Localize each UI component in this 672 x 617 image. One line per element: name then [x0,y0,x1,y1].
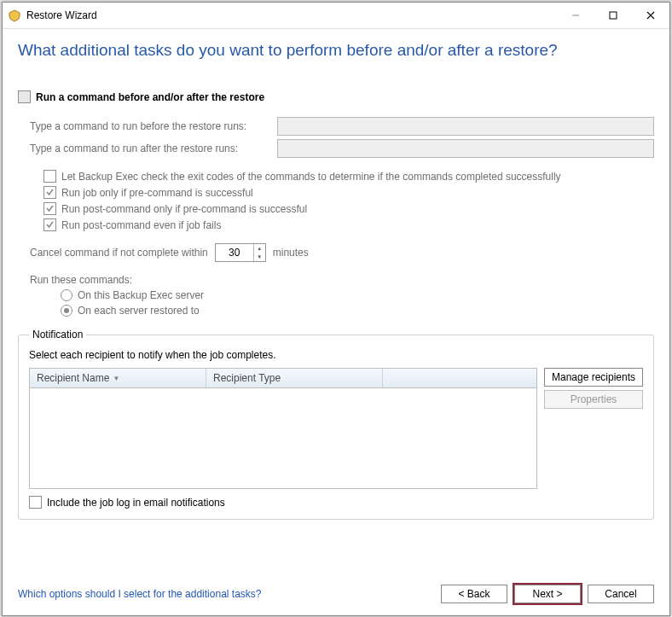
cancel-button[interactable]: Cancel [588,585,654,603]
maximize-button[interactable] [594,3,632,28]
post-if-pre-label: Run post-command only if pre-command is … [61,203,307,215]
radio-each-server[interactable] [61,305,72,317]
close-button[interactable] [632,3,669,28]
check-exit-label: Let Backup Exec check the exit codes of … [61,171,561,183]
help-link[interactable]: Which options should I select for the ad… [18,588,262,600]
notification-prompt: Select each recipient to notify when the… [29,349,643,361]
after-command-label: Type a command to run after the restore … [30,143,277,154]
window-title: Restore Wizard [26,9,97,21]
run-if-pre-checkbox[interactable] [43,186,56,199]
run-these-row: Run these commands: [30,274,654,286]
before-command-row: Type a command to run before the restore… [30,117,654,136]
spinner-down-icon[interactable]: ▼ [254,253,265,261]
table-header: Recipient Name ▼ Recipient Type [30,369,536,388]
table-side-buttons: Manage recipients Properties [544,368,643,489]
spinner-up-icon[interactable]: ▲ [254,244,265,253]
back-button[interactable]: < Back [441,585,507,603]
footer: Which options should I select for the ad… [3,575,669,615]
recipients-table[interactable]: Recipient Name ▼ Recipient Type [29,368,537,489]
titlebar: Restore Wizard [3,3,669,29]
check-exit-row: Let Backup Exec check the exit codes of … [43,170,654,183]
content-area: What additional tasks do you want to per… [3,29,669,575]
post-if-fail-checkbox[interactable] [43,218,56,231]
properties-button[interactable]: Properties [544,390,643,409]
before-command-input[interactable] [277,117,654,136]
cancel-timeout-spinner[interactable]: ▲ ▼ [215,243,266,262]
radio-this-server-row: On this Backup Exec server [61,289,654,301]
radio-each-server-label: On each server restored to [78,305,200,317]
include-log-checkbox[interactable] [29,496,42,509]
cancel-timeout-label-right: minutes [273,247,309,259]
post-if-pre-checkbox[interactable] [43,202,56,215]
app-icon [8,9,21,22]
radio-this-server[interactable] [61,289,72,301]
col-blank [383,369,536,387]
spinner-buttons[interactable]: ▲ ▼ [253,244,265,261]
minimize-button[interactable] [557,3,594,28]
run-command-row: Run a command before and/or after the re… [18,90,654,103]
before-command-label: Type a command to run before the restore… [30,120,277,132]
check-exit-checkbox[interactable] [43,170,56,183]
cancel-timeout-label-left: Cancel command if not complete within [30,247,208,259]
run-if-pre-row: Run job only if pre-command is successfu… [43,186,654,199]
post-if-fail-label: Run post-command even if job fails [61,219,221,231]
run-command-label: Run a command before and/or after the re… [36,91,264,103]
svg-rect-1 [610,12,617,19]
radio-this-server-label: On this Backup Exec server [78,289,204,301]
include-log-label: Include the job log in email notificatio… [47,497,225,509]
run-command-checkbox[interactable] [18,90,31,103]
notification-legend: Notification [29,329,86,341]
post-if-fail-row: Run post-command even if job fails [43,218,654,231]
next-button[interactable]: Next > [514,585,581,603]
col-recipient-name[interactable]: Recipient Name ▼ [30,369,206,387]
notification-group: Notification Select each recipient to no… [18,329,654,520]
manage-recipients-button[interactable]: Manage recipients [544,368,643,387]
after-command-input[interactable] [277,139,654,158]
cancel-timeout-input[interactable] [216,246,253,259]
include-log-row: Include the job log in email notificatio… [29,496,643,509]
restore-wizard-window: Restore Wizard What additional tasks do … [2,2,670,616]
radio-each-server-row: On each server restored to [61,305,654,317]
sort-desc-icon: ▼ [113,375,119,382]
post-if-pre-row: Run post-command only if pre-command is … [43,202,654,215]
page-heading: What additional tasks do you want to per… [18,41,654,60]
run-these-label: Run these commands: [30,274,132,286]
col-recipient-type[interactable]: Recipient Type [206,369,383,387]
run-if-pre-label: Run job only if pre-command is successfu… [61,187,253,199]
after-command-row: Type a command to run after the restore … [30,139,654,158]
cancel-timeout-row: Cancel command if not complete within ▲ … [30,243,654,262]
table-body [30,388,536,488]
